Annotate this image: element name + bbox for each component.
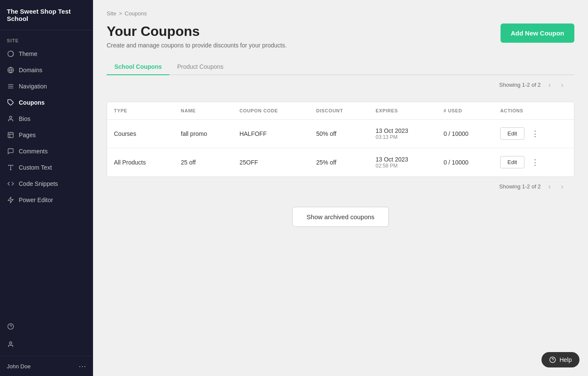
theme-icon bbox=[7, 50, 15, 58]
pagination-bottom-text: Showing 1-2 of 2 bbox=[499, 183, 541, 190]
sidebar-footer: John Doe ⋯ bbox=[0, 356, 93, 376]
breadcrumb-separator: > bbox=[119, 10, 122, 17]
cell-coupon-code-1: HALFOFF bbox=[233, 119, 309, 148]
actions-cell-1: Edit ⋮ bbox=[500, 127, 567, 140]
tab-product-coupons[interactable]: Product Coupons bbox=[169, 59, 231, 75]
pagination-bottom-prev-button[interactable]: ‹ bbox=[546, 182, 553, 191]
cell-expires-1: 13 Oct 2023 03:13 PM bbox=[369, 119, 437, 148]
sidebar-item-domains[interactable]: Domains bbox=[0, 62, 93, 78]
breadcrumb-site[interactable]: Site bbox=[107, 10, 116, 17]
col-header-discount: DISCOUNT bbox=[309, 102, 369, 120]
breadcrumb: Site > Coupons bbox=[107, 10, 574, 17]
sidebar-item-label-custom-text: Custom Text bbox=[19, 164, 52, 171]
cell-used-1: 0 / 10000 bbox=[437, 119, 493, 148]
help-circle-icon bbox=[7, 323, 15, 330]
sidebar-item-label-navigation: Navigation bbox=[19, 83, 47, 90]
breadcrumb-current: Coupons bbox=[125, 10, 147, 17]
sidebar-item-label-code-snippets: Code Snippets bbox=[19, 180, 58, 187]
footer-more-button[interactable]: ⋯ bbox=[79, 361, 86, 371]
cell-actions-1: Edit ⋮ bbox=[493, 119, 574, 148]
sidebar-item-code-snippets[interactable]: Code Snippets bbox=[0, 176, 93, 192]
col-header-coupon-code: COUPON CODE bbox=[233, 102, 309, 120]
pages-icon bbox=[7, 131, 15, 139]
edit-button-row2[interactable]: Edit bbox=[500, 156, 524, 168]
edit-button-row1[interactable]: Edit bbox=[500, 127, 524, 140]
col-header-name: NAME bbox=[174, 102, 233, 120]
page-subtitle: Create and manage coupons to provide dis… bbox=[107, 42, 287, 49]
svg-point-16 bbox=[9, 342, 12, 344]
cell-coupon-code-2: 25OFF bbox=[233, 148, 309, 176]
school-name-text: The Sweet Shop Test School bbox=[7, 8, 71, 22]
expires-line1-1: 13 Oct 2023 bbox=[376, 127, 430, 134]
page-header-text: Your Coupons Create and manage coupons t… bbox=[107, 24, 287, 49]
cell-name-1: fall promo bbox=[174, 119, 233, 148]
sidebar-item-user-account[interactable] bbox=[0, 336, 93, 352]
sidebar-item-comments[interactable]: Comments bbox=[0, 143, 93, 159]
svg-point-7 bbox=[9, 116, 12, 118]
col-header-actions: ACTIONS bbox=[493, 102, 574, 120]
main-content: Site > Coupons Your Coupons Create and m… bbox=[93, 0, 588, 376]
expires-line2-2: 02:58 PM bbox=[376, 163, 430, 169]
add-new-coupon-button[interactable]: Add New Coupon bbox=[501, 24, 574, 43]
cell-name-2: 25 off bbox=[174, 148, 233, 176]
user-name: John Doe bbox=[7, 363, 31, 370]
more-options-button-row1[interactable]: ⋮ bbox=[529, 128, 541, 139]
code-snippets-icon bbox=[7, 180, 15, 188]
sidebar-item-custom-text[interactable]: Custom Text bbox=[0, 159, 93, 176]
cell-used-2: 0 / 10000 bbox=[437, 148, 493, 176]
show-archived-button[interactable]: Show archived coupons bbox=[292, 207, 388, 227]
coupons-icon bbox=[7, 99, 15, 106]
power-editor-icon bbox=[7, 196, 15, 204]
expires-line2-1: 03:13 PM bbox=[376, 134, 430, 140]
coupons-table-card: TYPE NAME COUPON CODE DISCOUNT EXPIRES #… bbox=[107, 102, 574, 177]
sidebar-item-label-power-editor: Power Editor bbox=[19, 197, 53, 203]
sidebar-item-label-comments: Comments bbox=[19, 148, 48, 155]
cell-expires-2: 13 Oct 2023 02:58 PM bbox=[369, 148, 437, 176]
help-button[interactable]: Help bbox=[541, 352, 579, 367]
pagination-bottom: Showing 1-2 of 2 ‹ › bbox=[107, 177, 574, 197]
custom-text-icon bbox=[7, 164, 15, 171]
tab-school-coupons[interactable]: School Coupons bbox=[107, 59, 169, 75]
cell-actions-2: Edit ⋮ bbox=[493, 148, 574, 176]
cell-discount-1: 50% off bbox=[309, 119, 369, 148]
table-header-row: TYPE NAME COUPON CODE DISCOUNT EXPIRES #… bbox=[107, 102, 574, 120]
bios-icon bbox=[7, 115, 15, 123]
sidebar-item-label-domains: Domains bbox=[19, 67, 42, 73]
coupons-table: TYPE NAME COUPON CODE DISCOUNT EXPIRES #… bbox=[107, 102, 574, 176]
cell-discount-2: 25% off bbox=[309, 148, 369, 176]
table-row: Courses fall promo HALFOFF 50% off 13 Oc… bbox=[107, 119, 574, 148]
sidebar-item-label-theme: Theme bbox=[19, 50, 38, 57]
school-name-logo: The Sweet Shop Test School bbox=[0, 0, 93, 30]
more-options-button-row2[interactable]: ⋮ bbox=[529, 157, 541, 168]
page-header: Your Coupons Create and manage coupons t… bbox=[107, 24, 574, 49]
sidebar-nav: SITE Theme Domains Navigation Coupons bbox=[0, 30, 93, 315]
sidebar-item-power-editor[interactable]: Power Editor bbox=[0, 192, 93, 208]
sidebar-item-theme[interactable]: Theme bbox=[0, 46, 93, 62]
sidebar-item-label-coupons: Coupons bbox=[19, 99, 45, 106]
sidebar-item-help[interactable] bbox=[0, 318, 93, 335]
svg-rect-8 bbox=[8, 132, 13, 138]
sidebar-item-coupons[interactable]: Coupons bbox=[0, 94, 93, 111]
comments-icon bbox=[7, 147, 15, 155]
col-header-used: # USED bbox=[437, 102, 493, 120]
sidebar-item-bios[interactable]: Bios bbox=[0, 111, 93, 127]
navigation-icon bbox=[7, 82, 15, 90]
svg-marker-13 bbox=[8, 197, 13, 203]
cell-type-2: All Products bbox=[107, 148, 174, 176]
sidebar-item-label-pages: Pages bbox=[19, 132, 36, 138]
col-header-expires: EXPIRES bbox=[369, 102, 437, 120]
sidebar: The Sweet Shop Test School SITE Theme Do… bbox=[0, 0, 93, 376]
pagination-prev-button[interactable]: ‹ bbox=[546, 80, 553, 90]
pagination-bottom-next-button[interactable]: › bbox=[559, 182, 566, 191]
page-title: Your Coupons bbox=[107, 24, 287, 39]
pagination-top: Showing 1-2 of 2 ‹ › bbox=[107, 75, 574, 95]
table-row: All Products 25 off 25OFF 25% off 13 Oct… bbox=[107, 148, 574, 176]
sidebar-item-pages[interactable]: Pages bbox=[0, 127, 93, 143]
actions-cell-2: Edit ⋮ bbox=[500, 156, 567, 168]
col-header-type: TYPE bbox=[107, 102, 174, 120]
sidebar-item-label-bios: Bios bbox=[19, 115, 30, 122]
domains-icon bbox=[7, 66, 15, 74]
sidebar-section-label: SITE bbox=[0, 30, 93, 46]
sidebar-item-navigation[interactable]: Navigation bbox=[0, 78, 93, 94]
pagination-next-button[interactable]: › bbox=[559, 80, 566, 90]
